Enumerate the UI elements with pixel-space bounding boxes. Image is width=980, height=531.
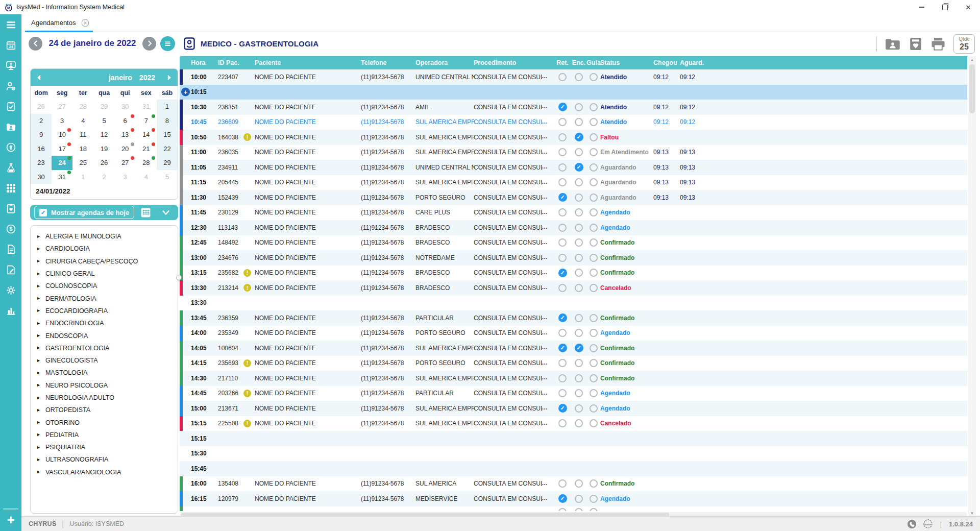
specialty-item[interactable]: ►PSIQUIATRIA <box>31 441 178 453</box>
expand-arrow-icon[interactable]: ► <box>36 296 41 301</box>
ret-check-radio[interactable] <box>558 389 567 397</box>
enc-check-radio[interactable] <box>575 329 583 337</box>
calendar-day[interactable]: 3 <box>115 170 136 184</box>
calendar-day[interactable]: 21 <box>136 142 157 156</box>
print-button[interactable] <box>930 37 946 51</box>
calendar-day[interactable]: 20 <box>115 142 136 156</box>
calendar-day[interactable]: 7 <box>136 114 157 128</box>
enc-check-radio[interactable] <box>575 148 583 156</box>
appointment-row[interactable]: 11:00236035NOME DO PACIENTE(11)91234-567… <box>180 145 967 160</box>
specialty-item[interactable]: ►OTORRINO <box>31 416 178 428</box>
specialty-item[interactable]: ►VASCULAR/ANGIOLOGIA <box>31 466 178 478</box>
appointment-row[interactable]: 13:45236359NOME DO PACIENTE(11)91234-567… <box>180 310 967 326</box>
calendar-day[interactable]: 26 <box>93 156 114 170</box>
guia-check-radio[interactable] <box>590 73 598 81</box>
enc-check-checked[interactable]: ✓ <box>575 163 583 172</box>
enc-check-radio[interactable] <box>575 118 583 126</box>
specialty-item[interactable]: ►ENDOSCOPIA <box>31 329 178 342</box>
expand-arrow-icon[interactable]: ► <box>36 383 41 388</box>
enc-check-checked[interactable]: ✓ <box>575 344 583 352</box>
column-header-operadora[interactable]: Operadora <box>415 59 474 66</box>
calendar-day[interactable]: 15 <box>157 128 178 142</box>
calendar-day[interactable]: 16 <box>31 142 52 156</box>
calendar-day[interactable]: 31 <box>52 170 72 184</box>
calendar-day[interactable]: 4 <box>136 170 157 184</box>
appointment-row[interactable]: 10:30236351NOME DO PACIENTE(11)91234-567… <box>180 100 967 115</box>
sidebar-item-prescriptions[interactable] <box>0 259 21 280</box>
ret-check-radio[interactable] <box>558 254 567 262</box>
expand-arrow-icon[interactable]: ► <box>36 321 41 326</box>
prev-day-button[interactable] <box>29 37 42 51</box>
show-today-toggle[interactable]: ✓ Mostrar agendas de hoje <box>34 206 134 219</box>
schedule-slot-row[interactable]: 15:45 <box>180 461 967 476</box>
ret-check-checked[interactable]: ✓ <box>558 269 567 277</box>
schedule-slot-row[interactable]: +10:15 <box>180 85 967 100</box>
ret-check-radio[interactable] <box>558 133 567 141</box>
specialty-item[interactable]: ►ALERGIA E IMUNOLOGIA <box>31 230 178 243</box>
expand-arrow-icon[interactable]: ► <box>36 247 41 251</box>
sidebar-item-billing[interactable]: $ <box>0 219 21 239</box>
calendar-day[interactable]: 10 <box>52 128 72 142</box>
calendar-day[interactable]: 23 <box>31 156 52 170</box>
add-appointment-button[interactable]: + <box>181 88 190 96</box>
tab-close-icon[interactable] <box>81 19 89 27</box>
guia-check-radio[interactable] <box>590 118 598 126</box>
calendar-day[interactable]: 18 <box>72 142 93 156</box>
calendar-day[interactable]: 13 <box>115 128 136 142</box>
enc-check-radio[interactable] <box>575 508 583 511</box>
column-header-enc[interactable]: Enc. <box>572 59 585 66</box>
ret-check-checked[interactable]: ✓ <box>558 193 567 202</box>
calendar-day[interactable]: 31 <box>136 100 157 114</box>
minimize-button[interactable] <box>910 0 933 14</box>
specialty-item[interactable]: ►ORTOPEDISTA <box>31 404 178 416</box>
enc-check-radio[interactable] <box>575 404 583 413</box>
expand-arrow-icon[interactable]: ► <box>36 308 41 313</box>
schedule-slot-row[interactable]: 15:15 <box>180 431 967 446</box>
appointment-row[interactable]: 13:15235682!NOME DO PACIENTE(11)91234-56… <box>180 266 967 281</box>
specialty-item[interactable]: ►ENDOCRINOLOGIA <box>31 317 178 329</box>
specialty-item[interactable]: ►PEDIATRIA <box>31 429 178 441</box>
specialty-item[interactable]: ►ULTRASONOGRAFIA <box>31 453 178 466</box>
appointment-row[interactable]: 15:15225508!NOME DO PACIENTE(11)91234-56… <box>180 416 967 431</box>
expand-arrow-icon[interactable]: ► <box>36 259 41 263</box>
calendar-day[interactable]: 17 <box>52 142 72 156</box>
expand-arrow-icon[interactable]: ► <box>36 358 41 363</box>
column-header-status[interactable]: Status <box>600 59 653 66</box>
sidebar-item-patient-records[interactable] <box>0 116 21 137</box>
expand-arrow-icon[interactable]: ► <box>36 432 41 437</box>
expand-arrow-icon[interactable]: ► <box>36 272 41 276</box>
enc-check-radio[interactable] <box>575 178 583 186</box>
ret-check-radio[interactable] <box>558 148 567 156</box>
calendar-day[interactable]: 28 <box>136 156 157 170</box>
schedule-slot-row[interactable]: 15:30 <box>180 446 967 462</box>
appointment-row[interactable]: 14:15235693!NOME DO PACIENTE(11)91234-56… <box>180 356 967 371</box>
guia-check-radio[interactable] <box>590 389 598 397</box>
calendar-day[interactable]: 11 <box>72 128 93 142</box>
column-header-guia[interactable]: Guia <box>586 59 601 66</box>
patient-file-button[interactable] <box>885 37 901 51</box>
tab-agendamentos[interactable]: Agendamentos <box>25 14 102 31</box>
enc-check-radio[interactable] <box>575 284 583 292</box>
scroll-up-icon[interactable]: ▲ <box>968 56 976 63</box>
calendar-day[interactable]: 27 <box>52 100 72 114</box>
appointment-row[interactable]: 14:30217110NOME DO PACIENTE(11)91234-567… <box>180 371 967 386</box>
guia-check-radio[interactable] <box>590 344 598 352</box>
calendar-day[interactable]: 5 <box>93 114 114 128</box>
specialty-item[interactable]: ►GASTROENTOLOGIA <box>31 342 178 354</box>
calendar-day[interactable]: 3 <box>52 114 72 128</box>
column-header-hora[interactable]: Hora <box>191 59 213 66</box>
guia-check-radio[interactable] <box>590 374 598 382</box>
enc-check-radio[interactable] <box>575 419 583 427</box>
whatsapp-icon[interactable] <box>907 519 917 529</box>
enc-check-radio[interactable] <box>575 269 583 277</box>
expand-arrow-icon[interactable]: ► <box>36 284 41 288</box>
column-header-idpac[interactable]: ID Pac. <box>218 59 243 66</box>
sidebar-item-documents[interactable] <box>0 239 21 259</box>
enc-check-radio[interactable] <box>575 254 583 262</box>
guia-check-radio[interactable] <box>590 208 598 216</box>
ret-check-checked[interactable]: ✓ <box>558 344 567 352</box>
globe-icon[interactable]: www <box>923 519 933 529</box>
ret-check-checked[interactable]: ✓ <box>558 404 567 413</box>
guia-check-radio[interactable] <box>590 148 598 156</box>
expand-arrow-icon[interactable]: ► <box>36 371 41 375</box>
